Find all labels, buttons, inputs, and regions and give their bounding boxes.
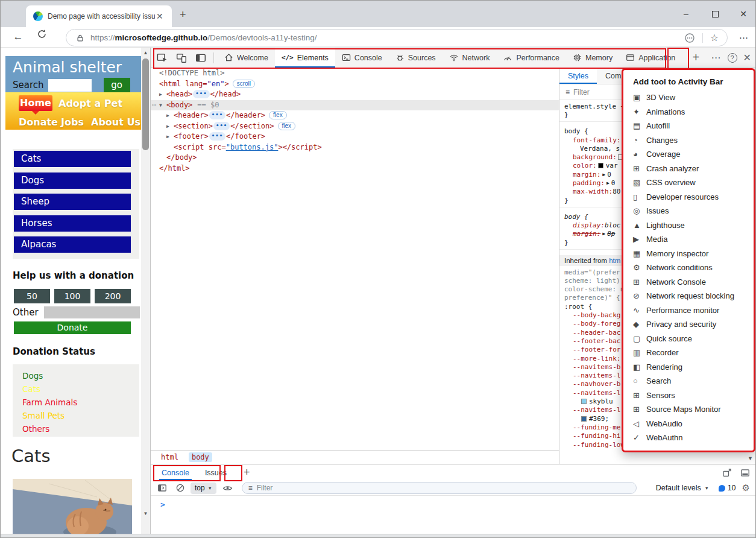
expand-arrow-right-icon[interactable]: ▶: [606, 179, 610, 188]
menu-item-lighthouse[interactable]: ▲Lighthouse: [623, 218, 754, 233]
menu-item-autofill[interactable]: ▤Autofill: [623, 119, 754, 133]
scroll-badge[interactable]: scroll: [233, 80, 255, 88]
amount-button-100[interactable]: 100: [54, 289, 90, 303]
menu-item-issues[interactable]: ◎Issues: [623, 204, 754, 218]
favorites-star-icon[interactable]: ☆: [710, 32, 719, 43]
amount-button-200[interactable]: 200: [95, 289, 131, 303]
tab-close-icon[interactable]: ✕: [156, 11, 163, 21]
menu-item-source-maps-monitor[interactable]: ⊞Source Maps Monitor: [623, 402, 754, 417]
tree-row[interactable]: ▶<header>•••</header>flex: [151, 110, 559, 121]
split-screen-icon[interactable]: [684, 33, 695, 43]
devtools-close-icon[interactable]: ✕: [743, 52, 751, 63]
tab-console-drawer[interactable]: Console: [159, 466, 192, 480]
expand-arrow-right-icon[interactable]: ▶: [602, 230, 605, 238]
nav-adopt-a-pet[interactable]: Adopt a Pet: [58, 98, 122, 109]
inspect-element-icon[interactable]: [154, 50, 170, 66]
page-scrollbar[interactable]: ▲ ▼: [141, 48, 150, 534]
menu-item-coverage[interactable]: ◕Coverage: [623, 147, 754, 162]
menu-item-network-request-blocking[interactable]: ⊘Network request blocking: [623, 289, 754, 303]
color-swatch[interactable]: [581, 399, 587, 404]
page-scrollbar-thumb[interactable]: [142, 59, 149, 150]
help-icon[interactable]: ?: [728, 53, 737, 63]
menu-item-crash-analyzer[interactable]: ⊞Crash analyzer: [623, 162, 754, 176]
menu-item-developer-resources[interactable]: ▯Developer resources: [623, 190, 754, 204]
log-levels-dropdown[interactable]: Default levels ▼: [656, 484, 709, 492]
menu-item-changes[interactable]: ◔Changes: [623, 133, 754, 148]
expand-arrow-right-icon[interactable]: ▶: [602, 171, 605, 179]
console-prompt[interactable]: >: [160, 500, 756, 509]
tab-sources[interactable]: Sources: [389, 48, 443, 68]
tab-styles[interactable]: Styles: [559, 68, 597, 84]
nav-about-us[interactable]: About Us: [91, 116, 140, 128]
maximize-button[interactable]: [712, 11, 719, 17]
dock-drawer-icon[interactable]: [740, 468, 750, 478]
status-item-dogs[interactable]: Dogs: [22, 369, 139, 382]
tree-row[interactable]: ▶<footer>•••</footer>: [151, 131, 559, 142]
scroll-down-icon[interactable]: ▼: [141, 511, 150, 516]
menu-item-webaudio[interactable]: ◁WebAudio: [623, 417, 754, 431]
menu-item-network-console[interactable]: ⊞Network Console: [623, 275, 754, 290]
tree-row[interactable]: <html lang="en">scroll: [151, 79, 559, 90]
status-item-cats[interactable]: Cats: [22, 382, 139, 396]
status-item-small-pets[interactable]: Small Pets: [22, 409, 139, 422]
expand-arrow-right-icon[interactable]: ▶: [166, 110, 174, 121]
breadcrumb-html[interactable]: html: [158, 452, 181, 462]
refresh-button[interactable]: [37, 29, 52, 45]
tab-console[interactable]: Console: [335, 48, 389, 68]
menu-item-sensors[interactable]: ⊞Sensors: [623, 388, 754, 403]
expand-arrow-right-icon[interactable]: ▶: [166, 121, 174, 132]
menu-item-quick-source[interactable]: ▢Quick source: [623, 332, 754, 346]
nav-donate[interactable]: Donate: [19, 116, 58, 128]
status-item-farm-animals[interactable]: Farm Animals: [22, 396, 139, 409]
expand-arrow-right-icon[interactable]: ▶: [166, 131, 174, 142]
menu-item-privacy-and-security[interactable]: ◆Privacy and security: [623, 317, 754, 332]
minimize-button[interactable]: –: [680, 8, 692, 20]
console-sidebar-icon[interactable]: [156, 482, 169, 494]
animal-button-sheep[interactable]: Sheep: [14, 194, 131, 210]
tab-memory[interactable]: Memory: [566, 48, 619, 68]
more-tools-button[interactable]: +: [687, 49, 705, 67]
search-input[interactable]: [48, 79, 92, 92]
menu-item-recorder[interactable]: ▥Recorder: [623, 346, 754, 360]
eye-icon[interactable]: [221, 482, 235, 494]
flex-badge[interactable]: flex: [278, 122, 296, 130]
menu-item-css-overview[interactable]: ▧CSS overview: [623, 176, 754, 190]
menu-item-media[interactable]: ▶Media: [623, 232, 754, 247]
tab-elements[interactable]: </>Elements: [275, 48, 335, 68]
menu-item-performance-monitor[interactable]: ∿Performance monitor: [623, 303, 754, 318]
search-go-button[interactable]: go: [104, 78, 130, 92]
collapsed-content-ellipsis[interactable]: •••: [213, 122, 230, 130]
devtools-menu-icon[interactable]: ⋯: [711, 52, 722, 63]
animal-button-horses[interactable]: Horses: [14, 215, 131, 232]
lock-icon[interactable]: [76, 34, 84, 42]
close-window-button[interactable]: ✕: [737, 8, 749, 20]
styles-scroll-down-icon[interactable]: ▼: [748, 455, 753, 461]
menu-item-animations[interactable]: ✦Animations: [623, 105, 754, 119]
tab-network[interactable]: Network: [443, 48, 497, 68]
color-swatch[interactable]: [598, 163, 603, 168]
device-emulation-icon[interactable]: [174, 50, 189, 66]
animal-button-dogs[interactable]: Dogs: [14, 172, 131, 189]
other-amount-input[interactable]: [44, 306, 140, 318]
status-item-others[interactable]: Others: [22, 422, 139, 435]
browser-tab[interactable]: Demo page with accessibility issu ✕: [26, 5, 172, 27]
tree-row[interactable]: ⋯▼<body>== $0: [151, 100, 559, 111]
flex-badge[interactable]: flex: [269, 111, 287, 119]
tree-row[interactable]: </body>: [151, 153, 559, 163]
collapsed-content-ellipsis[interactable]: •••: [193, 90, 209, 98]
tree-row[interactable]: </html>: [151, 163, 559, 174]
drawer-more-tabs-button[interactable]: +: [244, 466, 250, 479]
scroll-up-icon[interactable]: ▲: [141, 50, 150, 55]
tree-row[interactable]: ▶<head>•••</head>: [151, 89, 559, 100]
nav-home[interactable]: Home: [19, 95, 52, 111]
amount-button-50[interactable]: 50: [14, 289, 50, 303]
console-message-count[interactable]: 10: [719, 484, 736, 492]
animal-button-alpacas[interactable]: Alpacas: [14, 236, 131, 253]
expand-arrow-right-icon[interactable]: ▶: [159, 89, 166, 100]
tab-application[interactable]: Application: [619, 48, 682, 68]
clear-console-icon[interactable]: [174, 482, 187, 494]
menu-item-rendering[interactable]: ◧Rendering: [623, 360, 754, 375]
breadcrumb-body[interactable]: body: [189, 452, 212, 462]
animal-button-cats[interactable]: Cats: [14, 151, 131, 167]
menu-item-memory-inspector[interactable]: ▦Memory inspector: [623, 247, 754, 261]
